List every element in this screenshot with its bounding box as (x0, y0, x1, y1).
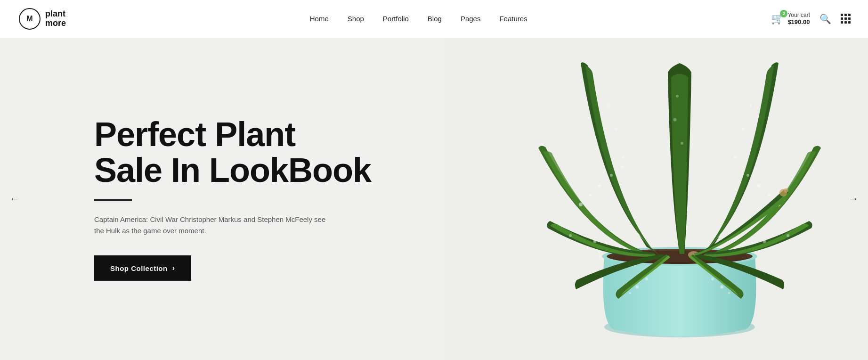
shop-button-arrow: › (172, 264, 175, 272)
cart-label: Your cart $190.00 (787, 12, 810, 26)
nav-link-features[interactable]: Features (499, 15, 527, 23)
grid-menu-button[interactable] (841, 14, 849, 24)
hero-description: Captain America: Civil War Christopher M… (94, 214, 330, 237)
hero-section: ← Perfect Plant Sale In LookBook Captain… (0, 38, 868, 360)
nav-links: Home Shop Portfolio Blog Pages Features (310, 15, 527, 23)
shop-collection-button[interactable]: Shop Collection › (94, 255, 191, 281)
logo-line1: plant (45, 9, 66, 19)
nav-link-portfolio[interactable]: Portfolio (383, 15, 409, 23)
svg-point-23 (636, 286, 639, 289)
nav-item-blog[interactable]: Blog (428, 15, 442, 23)
svg-point-22 (645, 278, 648, 280)
svg-point-20 (751, 242, 754, 245)
cart-badge: 2 (780, 10, 787, 17)
cart-icon-wrap: 🛒 2 (771, 13, 784, 25)
nav-item-home[interactable]: Home (310, 15, 329, 23)
svg-point-25 (711, 278, 714, 280)
hero-content: Perfect Plant Sale In LookBook Captain A… (94, 117, 371, 281)
svg-point-35 (749, 104, 752, 107)
svg-point-24 (629, 292, 632, 295)
hero-divider (94, 199, 132, 201)
cart-price: $190.00 (787, 18, 810, 26)
hero-title: Perfect Plant Sale In LookBook (94, 117, 371, 188)
nav-item-portfolio[interactable]: Portfolio (383, 15, 409, 23)
hero-title-line1: Perfect Plant (94, 115, 295, 153)
hero-image (416, 38, 868, 360)
svg-point-29 (784, 188, 788, 193)
svg-point-14 (757, 184, 761, 188)
svg-point-13 (768, 194, 771, 196)
nav-item-shop[interactable]: Shop (348, 15, 364, 23)
prev-slide-button[interactable]: ← (9, 193, 20, 205)
svg-point-31 (615, 128, 618, 131)
svg-point-15 (746, 174, 749, 177)
nav-item-features[interactable]: Features (499, 15, 527, 23)
shop-button-label: Shop Collection (110, 264, 168, 272)
svg-point-32 (608, 104, 610, 107)
svg-point-10 (610, 174, 613, 177)
svg-point-21 (787, 234, 789, 237)
navbar: M plant more Home Shop Portfolio Blog Pa… (0, 0, 868, 38)
svg-point-38 (681, 142, 683, 145)
svg-point-30 (622, 156, 625, 159)
svg-point-11 (621, 165, 624, 168)
svg-point-26 (721, 286, 724, 289)
grid-icon (841, 14, 849, 24)
cart-area[interactable]: 🛒 2 Your cart $190.00 (771, 12, 810, 26)
svg-point-27 (728, 292, 730, 295)
svg-point-19 (763, 240, 766, 243)
search-button[interactable]: 🔍 (819, 13, 831, 25)
nav-right: 🛒 2 Your cart $190.00 🔍 (771, 12, 849, 26)
nav-link-pages[interactable]: Pages (461, 15, 481, 23)
right-arrow-icon: → (848, 193, 859, 205)
svg-point-34 (742, 128, 745, 131)
left-arrow-icon: ← (9, 193, 20, 205)
svg-point-17 (605, 242, 608, 245)
nav-item-pages[interactable]: Pages (461, 15, 481, 23)
nav-link-shop[interactable]: Shop (348, 15, 364, 23)
nav-link-home[interactable]: Home (310, 15, 329, 23)
svg-point-9 (598, 184, 601, 188)
next-slide-button[interactable]: → (848, 193, 859, 205)
logo[interactable]: M plant more (19, 8, 66, 30)
logo-text: plant more (45, 9, 66, 28)
logo-line2: more (45, 19, 66, 28)
cart-label-text: Your cart (787, 12, 810, 18)
logo-circle-letter: M (26, 15, 32, 23)
svg-point-18 (569, 234, 572, 237)
svg-point-36 (673, 118, 677, 122)
svg-point-8 (589, 194, 592, 196)
svg-point-16 (593, 240, 597, 243)
nav-link-blog[interactable]: Blog (428, 15, 442, 23)
svg-point-7 (579, 203, 583, 206)
svg-point-33 (734, 156, 737, 159)
svg-point-37 (676, 95, 679, 98)
hero-title-line2: Sale In LookBook (94, 151, 371, 189)
logo-circle: M (19, 8, 41, 30)
